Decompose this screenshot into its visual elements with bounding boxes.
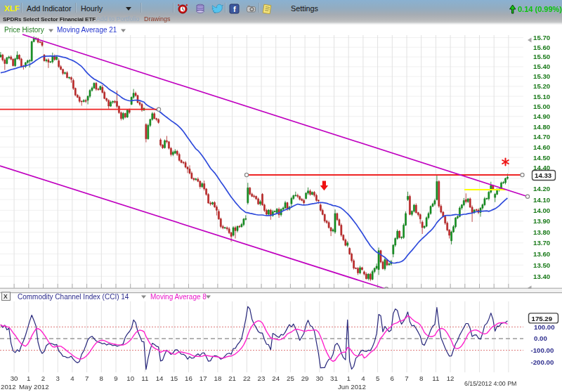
svg-text:16: 16 [185, 374, 192, 382]
svg-text:15: 15 [170, 374, 178, 382]
svg-text:Moving Average 8: Moving Average 8 [150, 293, 207, 301]
svg-text:Price History: Price History [4, 26, 44, 34]
svg-text:1: 1 [347, 374, 351, 382]
svg-text:175.29: 175.29 [532, 315, 553, 322]
svg-text:13.60: 13.60 [533, 250, 550, 258]
svg-text:2: 2 [41, 374, 45, 382]
svg-text:10: 10 [126, 374, 134, 382]
svg-text:15.50: 15.50 [533, 53, 550, 60]
svg-text:14.80: 14.80 [533, 123, 550, 131]
svg-text:Jun 2012: Jun 2012 [338, 383, 366, 391]
svg-text:15.20: 15.20 [533, 82, 550, 90]
svg-text:f: f [233, 5, 236, 13]
svg-text:-200.00: -200.00 [531, 358, 554, 366]
svg-text:14.33: 14.33 [535, 171, 552, 179]
svg-text:21: 21 [228, 374, 236, 382]
svg-text:4: 4 [361, 374, 365, 382]
svg-text:11: 11 [432, 374, 439, 382]
svg-text:8: 8 [419, 374, 423, 382]
svg-text:Add Indicator: Add Indicator [27, 4, 72, 13]
svg-text:4: 4 [70, 374, 74, 382]
svg-text:14.90: 14.90 [533, 112, 550, 120]
svg-text:6/15/2012 4:00 PM: 6/15/2012 4:00 PM [464, 380, 516, 387]
svg-text:3: 3 [56, 374, 60, 382]
svg-text:0.00: 0.00 [534, 334, 547, 342]
svg-text:22: 22 [243, 374, 251, 382]
svg-text:Drawings: Drawings [144, 15, 171, 22]
svg-text:-100.00: -100.00 [531, 346, 554, 354]
svg-text:15.70: 15.70 [533, 34, 550, 41]
svg-text:11: 11 [141, 374, 148, 382]
svg-text:9: 9 [114, 374, 117, 382]
svg-text:100.00: 100.00 [534, 323, 555, 331]
svg-text:31: 31 [330, 374, 338, 382]
svg-text:14.20: 14.20 [533, 185, 550, 192]
svg-text:14.50: 14.50 [533, 154, 550, 162]
svg-text:14: 14 [156, 374, 164, 382]
svg-text:8: 8 [100, 374, 103, 382]
svg-text:Add to Portfolio: Add to Portfolio [96, 15, 140, 22]
svg-text:13.70: 13.70 [533, 239, 550, 247]
svg-text:15.00: 15.00 [533, 103, 550, 110]
svg-text:Settings: Settings [291, 4, 319, 13]
svg-text:6: 6 [391, 374, 394, 382]
svg-text:30: 30 [315, 374, 323, 382]
svg-text:5: 5 [376, 374, 379, 382]
svg-text:24: 24 [272, 374, 280, 382]
svg-text:13.90: 13.90 [533, 217, 550, 225]
svg-text:23: 23 [258, 374, 266, 382]
svg-text:May 2012: May 2012 [19, 383, 49, 391]
svg-text:14.60: 14.60 [533, 143, 550, 151]
svg-text:XLF: XLF [4, 4, 20, 13]
svg-text:14.70: 14.70 [533, 133, 550, 141]
svg-text:X: X [4, 293, 8, 300]
svg-text:Hourly: Hourly [81, 4, 103, 13]
svg-text:29: 29 [301, 374, 309, 382]
svg-text:1: 1 [27, 374, 30, 382]
svg-text:15.10: 15.10 [533, 93, 550, 100]
svg-text:2012: 2012 [1, 383, 16, 391]
svg-text:30: 30 [11, 374, 18, 382]
svg-text:13.40: 13.40 [533, 273, 550, 280]
svg-text:15.30: 15.30 [533, 72, 550, 80]
svg-text:13.50: 13.50 [533, 261, 550, 269]
svg-text:12: 12 [447, 374, 455, 382]
svg-text:17: 17 [200, 374, 207, 382]
svg-text:15.60: 15.60 [533, 44, 550, 51]
svg-text:15.40: 15.40 [533, 63, 550, 70]
svg-text:14.00: 14.00 [533, 207, 550, 214]
svg-text:7: 7 [405, 374, 408, 382]
svg-text:25: 25 [287, 374, 294, 382]
svg-text:Moving Average 21: Moving Average 21 [57, 26, 117, 34]
svg-text:Commodity Channel Index (CCI): Commodity Channel Index (CCI) 14 [18, 293, 129, 301]
svg-text:14.10: 14.10 [533, 196, 550, 204]
svg-text:0.14 (0.99%): 0.14 (0.99%) [518, 5, 562, 13]
svg-text:7: 7 [85, 374, 89, 382]
svg-text:18: 18 [214, 374, 222, 382]
svg-text:SPDRs Select Sector Financial: SPDRs Select Sector Financial ETF [3, 16, 96, 22]
svg-text:13.80: 13.80 [533, 228, 550, 236]
